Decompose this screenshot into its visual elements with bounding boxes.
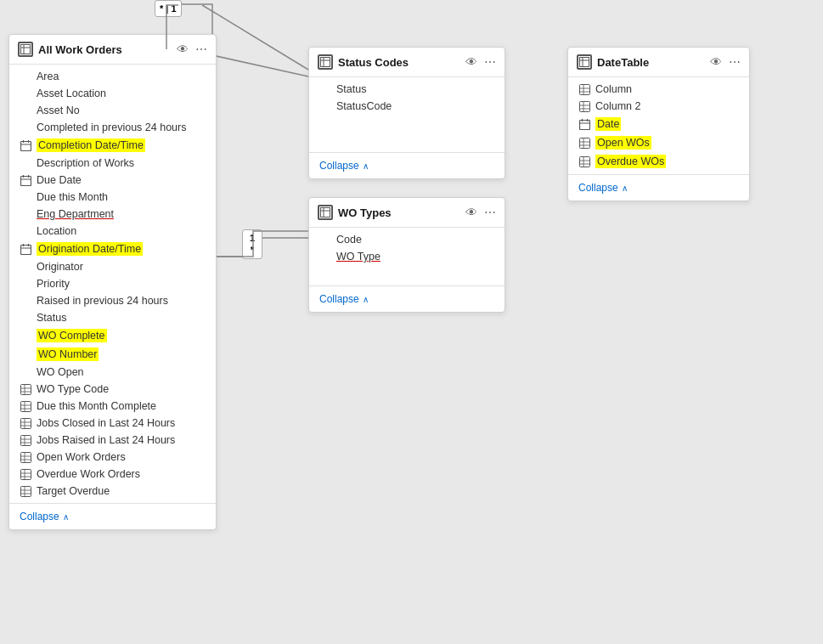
date-table-controls[interactable]: 👁 ⋯ <box>710 55 741 69</box>
status-codes-controls[interactable]: 👁 ⋯ <box>465 55 496 69</box>
list-item[interactable]: Column 2 <box>568 98 749 115</box>
svg-rect-40 <box>20 486 31 496</box>
eye-icon[interactable]: 👁 <box>710 55 722 69</box>
list-item[interactable]: Raised in previous 24 hours <box>9 292 216 309</box>
field-label: Asset Location <box>37 88 106 99</box>
calendar-icon <box>578 118 590 130</box>
field-label: Due this Month <box>37 191 108 203</box>
list-item[interactable]: Asset No <box>9 102 216 119</box>
collapse-button[interactable]: Collapse ∧ <box>578 182 739 194</box>
list-item[interactable]: Originator <box>9 258 216 275</box>
list-item[interactable]: Location <box>9 223 216 240</box>
field-label: WO Number <box>37 347 99 361</box>
all-work-orders-controls[interactable]: 👁 ⋯ <box>177 42 207 56</box>
list-item[interactable]: Completed in previous 24 hours <box>9 119 216 136</box>
svg-rect-57 <box>579 101 589 111</box>
field-label: Open WOs <box>595 136 651 150</box>
field-label: Due Date <box>37 174 82 186</box>
field-label: Open Work Orders <box>37 451 126 463</box>
list-item[interactable]: Code <box>309 231 505 248</box>
svg-rect-24 <box>20 418 31 428</box>
list-item[interactable]: Asset Location <box>9 85 216 102</box>
collapse-button[interactable]: Collapse ∧ <box>319 160 494 172</box>
list-item[interactable]: WO Type Code <box>9 381 216 398</box>
svg-rect-16 <box>20 384 31 394</box>
field-label: Originator <box>37 261 83 273</box>
field-label: Overdue WOs <box>595 155 666 168</box>
list-item[interactable]: Overdue Work Orders <box>9 466 216 483</box>
field-type-icon <box>20 88 31 99</box>
list-item[interactable]: Due Date <box>9 172 216 189</box>
list-item[interactable]: Jobs Raised in Last 24 Hours <box>9 432 216 449</box>
list-item[interactable]: Origination Date/Time <box>9 240 216 258</box>
list-item[interactable]: WO Open <box>9 364 216 381</box>
list-item[interactable]: Overdue WOs <box>568 152 749 171</box>
collapse-button[interactable]: Collapse ∧ <box>319 293 494 305</box>
wo-types-controls[interactable]: 👁 ⋯ <box>465 206 496 219</box>
field-label: Overdue Work Orders <box>37 468 140 480</box>
collapse-label: Collapse <box>578 182 618 194</box>
measure-icon-container <box>20 383 31 395</box>
more-icon[interactable]: ⋯ <box>484 206 496 219</box>
list-item[interactable]: Open Work Orders <box>9 449 216 466</box>
field-label: Raised in previous 24 hours <box>37 295 168 307</box>
field-label: Location <box>37 225 76 237</box>
list-item[interactable]: Status <box>9 309 216 326</box>
field-type-icon <box>20 278 31 290</box>
svg-rect-20 <box>20 401 31 411</box>
field-label: Target Overdue <box>37 485 110 497</box>
list-item[interactable]: Status <box>309 81 505 98</box>
list-item[interactable]: Date <box>568 115 749 133</box>
field-type-icon <box>20 225 31 237</box>
field-type-icon <box>20 348 31 360</box>
svg-rect-50 <box>580 58 589 67</box>
more-icon[interactable]: ⋯ <box>484 55 496 69</box>
calendar-icon <box>20 139 31 151</box>
more-icon[interactable]: ⋯ <box>195 42 207 56</box>
list-item[interactable]: WO Complete <box>9 326 216 345</box>
list-item[interactable]: StatusCode <box>309 98 505 115</box>
svg-rect-28 <box>20 435 31 445</box>
list-item[interactable]: Due this Month Complete <box>9 398 216 415</box>
field-label: WO Complete <box>37 329 107 342</box>
collapse-button[interactable]: Collapse ∧ <box>20 511 206 523</box>
svg-line-73 <box>202 5 308 70</box>
list-item[interactable]: Area <box>9 68 216 85</box>
measure-icon-container <box>578 137 590 149</box>
measure-icon-container <box>20 434 31 446</box>
svg-rect-32 <box>20 452 31 462</box>
svg-rect-44 <box>321 58 330 67</box>
list-item[interactable]: Jobs Closed in Last 24 Hours <box>9 415 216 432</box>
list-item[interactable]: Description of Works <box>9 155 216 172</box>
calendar-icon <box>20 243 31 255</box>
list-item[interactable]: WO Type <box>309 248 505 265</box>
more-icon[interactable]: ⋯ <box>729 55 741 69</box>
status-codes-card: Status Codes 👁 ⋯ Status StatusCode Colla… <box>308 47 505 179</box>
svg-rect-36 <box>20 469 31 479</box>
collapse-label: Collapse <box>319 293 359 305</box>
date-table-footer: Collapse ∧ <box>568 174 749 201</box>
field-type-icon <box>20 295 31 307</box>
svg-rect-1 <box>21 45 31 54</box>
eye-icon[interactable]: 👁 <box>177 42 189 56</box>
list-item[interactable]: Open WOs <box>568 133 749 152</box>
svg-rect-69 <box>579 156 589 167</box>
list-item[interactable]: Column <box>568 81 749 98</box>
list-item[interactable]: WO Number <box>9 345 216 364</box>
list-item[interactable]: Due this Month <box>9 189 216 206</box>
list-item[interactable]: Completion Date/Time <box>9 136 216 155</box>
eye-icon[interactable]: 👁 <box>465 206 477 219</box>
svg-rect-65 <box>579 138 589 148</box>
field-label: Completion Date/Time <box>37 138 145 152</box>
list-item[interactable]: Eng Department <box>9 206 216 223</box>
field-type-icon <box>319 234 331 246</box>
date-table-body: Column Column 2 <box>568 77 749 174</box>
svg-rect-53 <box>579 84 589 94</box>
eye-icon[interactable]: 👁 <box>465 55 477 69</box>
svg-rect-61 <box>579 120 589 129</box>
date-table-icon <box>577 54 592 70</box>
list-item[interactable]: Target Overdue <box>9 483 216 500</box>
list-item[interactable]: Priority <box>9 275 216 292</box>
chevron-up-icon: ∧ <box>63 512 69 522</box>
field-label: Status <box>336 83 366 95</box>
